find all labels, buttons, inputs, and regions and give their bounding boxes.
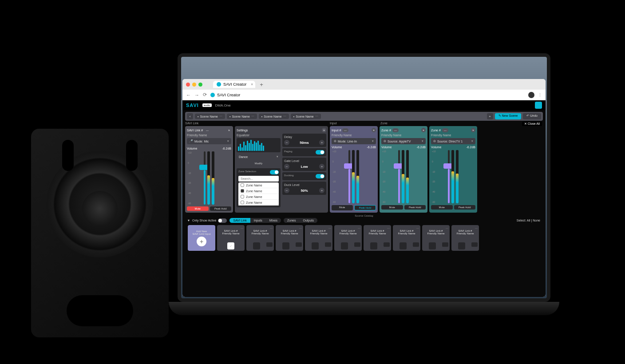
hamburger-button[interactable] [535,102,542,109]
catalog-tabs[interactable]: SAVI Link Inputs Mixes [229,218,281,223]
volume-label: Volume [187,147,197,150]
catalog-card[interactable]: ⋯SAVI Link #Friendly Name [305,225,332,251]
ducking-toggle[interactable] [316,174,324,178]
panel-subtitle: Friendly Name [381,134,426,137]
zone-sel-label: Zone Selection [238,170,256,174]
close-icon[interactable]: × [227,128,231,132]
zone-item[interactable]: Zone Name [238,194,279,200]
panel-subtitle: Friendly Name [332,134,376,137]
mute-button[interactable]: Mute [381,205,403,210]
close-icon[interactable]: × [372,128,376,132]
mode-select[interactable]: ⊙ Mode: Line-In▾ [332,138,376,144]
close-all-button[interactable]: ✕ Close All [522,122,542,126]
app-header: SAVI audio DMA.One [182,100,546,110]
source-select[interactable]: ⊙ Source: AppleTV▾ [381,138,426,144]
back-icon[interactable]: ← [186,92,191,98]
tab-title: SAVI Creator [223,82,246,87]
volume-label: Volume [381,146,392,149]
forward-icon[interactable]: → [194,92,199,98]
delay-stepper[interactable]: −50ms+ [284,140,324,145]
scene-chip[interactable]: • Scene Name ⋯ [259,114,289,119]
catalog-card[interactable]: ⋯SAVI Link #Friendly Name [451,225,479,251]
catalog-card[interactable]: ⋯SAVI Link #Friendly Name [364,225,391,251]
zone-sel-toggle[interactable] [270,170,279,174]
section-label: SAVI Link [185,122,198,125]
mode-select[interactable]: 🎤 Mode: Mic▾ [187,138,231,144]
peak-hold-button[interactable]: Peak Hold [210,206,232,211]
close-icon[interactable]: × [251,82,253,87]
peak-hold-button[interactable]: Peak Hold [454,205,476,210]
peak-hold-button[interactable]: Peak Hold [354,205,376,210]
volume-slider[interactable]: +100-10-20-40-60 [381,150,426,203]
peak-hold-button[interactable]: Peak Hold [404,205,426,210]
volume-slider[interactable]: +100-10-20-40-60 [187,151,231,205]
card-checkbox[interactable]: ✓ [227,242,234,249]
profile-avatar[interactable] [528,92,534,98]
zone-item[interactable]: Zone Name [238,200,279,206]
equalizer[interactable] [237,138,281,152]
zone-search-input[interactable] [238,176,279,182]
preset-select[interactable]: Dance▾ [237,154,281,160]
close-icon[interactable]: × [471,128,475,132]
catalog-card[interactable]: ⋯SAVI Link #Friendly Name [246,225,274,251]
zone-list: Zone Name Zone Name Zone Name Zone Name [238,182,279,206]
mute-button[interactable]: Mute [332,205,353,210]
url-input[interactable]: SAVI Creator [210,93,525,97]
ducking-label: Ducking [284,174,294,178]
only-active-toggle[interactable]: Only Show Active [192,218,227,223]
catalog-card[interactable]: ⋯SAVI Link #Friendly Name [422,225,450,251]
panel-title: SAVI Link # [187,129,203,132]
undo-button[interactable]: ↶ Undo [523,113,541,119]
close-icon[interactable]: × [322,128,326,132]
source-catalog: Source Catalog ▾ Only Show Active SAVI L… [185,215,543,253]
mute-button[interactable]: Mute [187,206,209,211]
catalog-label: Source Catalog [353,214,375,217]
catalog-card[interactable]: ⋯SAVI Link #Friendly Name [393,225,420,251]
scene-chip[interactable]: • Scene Name ⋯ [227,114,257,119]
more-icon[interactable]: ⋯ [342,128,348,132]
gate-stepper[interactable]: −Low+ [284,164,324,169]
speaker-product-image [31,129,169,337]
scene-prev[interactable]: ‹ [187,113,193,119]
catalog-tabs-2[interactable]: Zones Outputs [284,218,317,223]
mute-button[interactable]: Mute [431,205,453,210]
close-icon[interactable]: × [421,128,426,132]
zone-panel: Zone #⋯× Friendly Name ⊙ Source: DirecTV… [429,126,477,213]
browser-tab[interactable]: SAVI Creator × [213,81,255,88]
window-controls[interactable] [186,83,202,87]
menu-icon[interactable]: ⋮ [538,93,542,97]
volume-slider[interactable]: +100-10-20-40-60 [431,150,475,203]
scene-add[interactable]: + [487,113,493,119]
catalog-card[interactable]: ⋯SAVI Link #Friendly Name [334,225,362,251]
new-tab-button[interactable]: + [257,81,266,88]
more-icon[interactable]: ⋯ [204,128,210,132]
zone-item[interactable]: Zone Name [238,182,279,188]
catalog-card[interactable]: ⋯ SAVI Link #Friendly Name ✓ [217,225,245,251]
reload-icon[interactable]: ⟳ [203,92,207,98]
catalog-card[interactable]: ⋯SAVI Link #Friendly Name [276,225,303,251]
input-panel: Input #⋯× Friendly Name ⊙ Mode: Line-In▾… [330,126,378,213]
volume-slider[interactable]: +100-10-20-40-60 [332,150,376,203]
panel-title: Zone # [431,129,441,132]
paging-label: Paging [284,150,293,154]
duck-stepper[interactable]: −50%+ [284,188,324,193]
laptop-base [169,302,559,315]
more-icon[interactable]: ⋯ [442,128,448,132]
new-scene-button[interactable]: ✎ New Scene [495,113,522,119]
favicon [210,93,215,97]
add-new-card[interactable]: Add NewSAVI Link Input + [188,225,215,251]
delay-label: Delay [284,135,324,138]
chevron-down-icon[interactable]: ▾ [188,218,190,222]
source-select[interactable]: ⊙ Source: DirecTV 1▾ [431,138,475,144]
all-none-toggle[interactable]: All | None [527,219,540,222]
logo: SAVI [186,103,199,108]
scene-chip[interactable]: • Scene Name ⋯ [291,114,321,119]
paging-toggle[interactable] [316,150,324,154]
savi-app: SAVI audio DMA.One ‹ • Scene Name ⋯ • Sc… [182,100,546,297]
modify-button[interactable]: Modify [237,161,281,166]
volume-label: Volume [332,146,342,149]
zone-item[interactable]: Zone Name [238,188,279,194]
more-icon[interactable]: ⋯ [392,128,399,132]
logo-badge: audio [202,103,212,107]
scene-chip[interactable]: • Scene Name ⋯ [195,114,225,119]
